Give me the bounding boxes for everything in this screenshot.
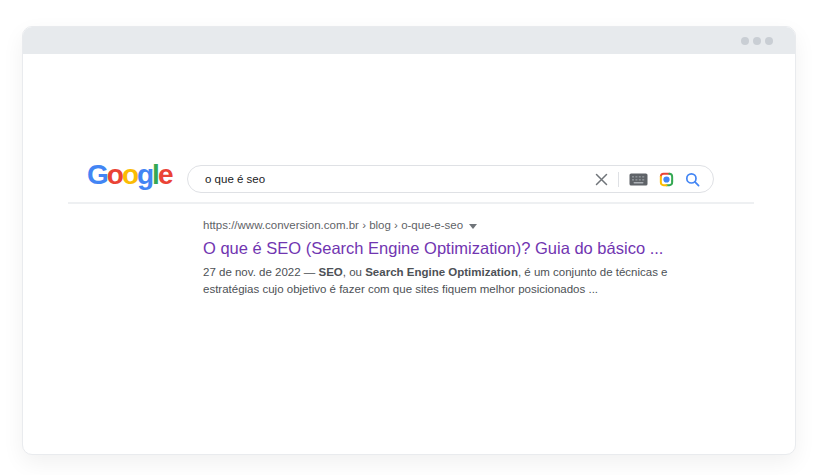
- search-by-image-button[interactable]: [658, 171, 675, 188]
- search-box[interactable]: [187, 165, 714, 193]
- snippet-bold-term: Search Engine Optimization: [365, 266, 518, 278]
- search-input[interactable]: [205, 173, 595, 185]
- window-dot: [753, 37, 761, 45]
- window-dots: [741, 37, 773, 45]
- logo-letter: G: [87, 159, 107, 190]
- magnifier-icon: [685, 172, 700, 187]
- keyboard-icon: [629, 173, 648, 186]
- browser-window: Google: [22, 26, 796, 455]
- snippet-bold-term: SEO: [319, 266, 343, 278]
- breadcrumb-url[interactable]: https://www.conversion.com.br › blog › o…: [203, 219, 463, 231]
- google-logo[interactable]: Google: [87, 161, 171, 189]
- header-divider: [68, 202, 754, 204]
- search-box-divider: [618, 172, 619, 187]
- logo-letter: e: [158, 159, 172, 190]
- result-options-caret-icon[interactable]: [469, 224, 477, 229]
- google-lens-icon: [658, 171, 675, 188]
- keyboard-button[interactable]: [629, 173, 648, 186]
- logo-letter: o: [107, 159, 122, 190]
- snippet-date: 27 de nov. de 2022 —: [203, 266, 319, 278]
- x-icon: [595, 173, 608, 186]
- snippet-text: , é um conjunto de técnicas e: [518, 266, 668, 278]
- window-dot: [741, 37, 749, 45]
- search-result: https://www.conversion.com.br › blog › o…: [203, 219, 681, 297]
- snippet-text: estratégias cujo objetivo é fazer com qu…: [203, 283, 598, 295]
- clear-search-button[interactable]: [595, 173, 608, 186]
- result-snippet: 27 de nov. de 2022 — SEO, ou Search Engi…: [203, 264, 681, 297]
- browser-titlebar: [23, 27, 795, 54]
- snippet-text: , ou: [343, 266, 365, 278]
- result-title-link[interactable]: O que é SEO (Search Engine Optimization)…: [203, 238, 681, 259]
- logo-letter: g: [137, 159, 152, 190]
- breadcrumb[interactable]: https://www.conversion.com.br › blog › o…: [203, 219, 681, 231]
- logo-letter: o: [122, 159, 137, 190]
- search-submit-button[interactable]: [685, 172, 700, 187]
- search-box-icons: [595, 171, 700, 188]
- window-dot: [765, 37, 773, 45]
